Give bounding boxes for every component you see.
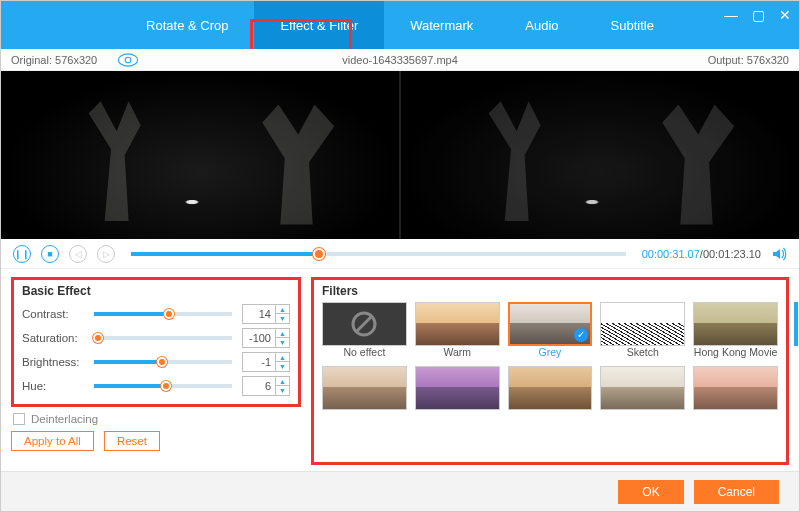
svg-point-0 xyxy=(119,53,138,65)
preview-area xyxy=(1,71,799,239)
spin-down-icon[interactable]: ▼ xyxy=(276,338,289,347)
preview-original xyxy=(1,71,399,239)
playback-bar: ❙❙ ■ ◁ ▷ 00:00:31.07/00:01:23.10 xyxy=(1,239,799,269)
hue-label: Hue: xyxy=(22,380,88,392)
info-bar: Original: 576x320 video-1643335697.mp4 O… xyxy=(1,49,799,71)
filter-item-warm[interactable]: Warm xyxy=(415,302,500,360)
tab-effect-filter[interactable]: Effect & Filter xyxy=(254,1,384,49)
stop-button[interactable]: ■ xyxy=(41,245,59,263)
next-frame-button: ▷ xyxy=(97,245,115,263)
time-total: 00:01:23.10 xyxy=(703,248,761,260)
time-display: 00:00:31.07/00:01:23.10 xyxy=(642,248,761,260)
filter-item-9[interactable] xyxy=(600,366,685,424)
brightness-label: Brightness: xyxy=(22,356,88,368)
spin-down-icon[interactable]: ▼ xyxy=(276,314,289,323)
filter-item-8[interactable] xyxy=(508,366,593,424)
svg-point-1 xyxy=(125,57,131,63)
tab-rotate-crop[interactable]: Rotate & Crop xyxy=(120,1,254,49)
contrast-input[interactable]: 14▲▼ xyxy=(242,304,290,324)
timeline-knob[interactable] xyxy=(313,248,325,260)
brightness-input[interactable]: -1▲▼ xyxy=(242,352,290,372)
filter-item-sketch[interactable]: Sketch xyxy=(600,302,685,360)
brightness-row: Brightness: -1▲▼ xyxy=(22,350,290,374)
contrast-row: Contrast: 14▲▼ xyxy=(22,302,290,326)
filter-item-hk-movie[interactable]: Hong Kong Movie xyxy=(693,302,778,360)
video-frame xyxy=(1,71,399,239)
volume-icon[interactable] xyxy=(771,246,787,262)
time-current: 00:00:31.07 xyxy=(642,248,700,260)
filters-title: Filters xyxy=(322,284,778,298)
tab-strip: Rotate & Crop Effect & Filter Watermark … xyxy=(120,1,680,49)
tab-watermark[interactable]: Watermark xyxy=(384,1,499,49)
basic-effect-box: Basic Effect Contrast: 14▲▼ Saturation: … xyxy=(11,277,301,407)
titlebar: Rotate & Crop Effect & Filter Watermark … xyxy=(1,1,799,49)
filters-scrollbar[interactable] xyxy=(794,302,798,346)
tab-audio[interactable]: Audio xyxy=(499,1,584,49)
contrast-slider[interactable] xyxy=(94,312,232,316)
filter-item-grey[interactable]: ✓ Grey xyxy=(508,302,593,360)
no-effect-icon xyxy=(350,310,378,338)
window-controls: — ▢ ✕ xyxy=(724,7,791,23)
timeline[interactable] xyxy=(131,252,626,256)
spin-up-icon[interactable]: ▲ xyxy=(276,305,289,314)
filters-section: Filters No effect Warm ✓ Grey Sketch xyxy=(311,277,789,465)
output-label: Output: 576x320 xyxy=(708,54,789,66)
filter-item-10[interactable] xyxy=(693,366,778,424)
filename-label: video-1643335697.mp4 xyxy=(342,54,458,66)
pause-button[interactable]: ❙❙ xyxy=(13,245,31,263)
deinterlacing-row[interactable]: Deinterlacing xyxy=(11,413,301,425)
basic-effect-section: Basic Effect Contrast: 14▲▼ Saturation: … xyxy=(11,277,301,465)
video-frame xyxy=(401,71,799,239)
apply-to-all-button[interactable]: Apply to All xyxy=(11,431,94,451)
footer: OK Cancel xyxy=(1,471,799,511)
svg-line-3 xyxy=(356,316,372,332)
spin-down-icon[interactable]: ▼ xyxy=(276,386,289,395)
preview-output xyxy=(399,71,799,239)
spin-down-icon[interactable]: ▼ xyxy=(276,362,289,371)
brightness-slider[interactable] xyxy=(94,360,232,364)
basic-effect-title: Basic Effect xyxy=(22,284,290,298)
saturation-input[interactable]: -100▲▼ xyxy=(242,328,290,348)
effects-panel: Basic Effect Contrast: 14▲▼ Saturation: … xyxy=(1,269,799,471)
app-window: Rotate & Crop Effect & Filter Watermark … xyxy=(0,0,800,512)
basic-buttons: Apply to All Reset xyxy=(11,431,301,451)
original-label: Original: 576x320 xyxy=(11,54,97,66)
hue-slider[interactable] xyxy=(94,384,232,388)
reset-button[interactable]: Reset xyxy=(104,431,160,451)
filter-item-6[interactable] xyxy=(322,366,407,424)
deinterlacing-checkbox[interactable] xyxy=(13,413,25,425)
cancel-button[interactable]: Cancel xyxy=(694,480,779,504)
filter-item-no-effect[interactable]: No effect xyxy=(322,302,407,360)
timeline-progress xyxy=(131,252,319,256)
deinterlacing-label: Deinterlacing xyxy=(31,413,98,425)
spin-up-icon[interactable]: ▲ xyxy=(276,353,289,362)
preview-toggle-icon[interactable] xyxy=(117,53,139,67)
contrast-label: Contrast: xyxy=(22,308,88,320)
filter-item-7[interactable] xyxy=(415,366,500,424)
saturation-slider[interactable] xyxy=(94,336,232,340)
saturation-row: Saturation: -100▲▼ xyxy=(22,326,290,350)
close-icon[interactable]: ✕ xyxy=(779,7,791,23)
maximize-icon[interactable]: ▢ xyxy=(752,7,765,23)
saturation-label: Saturation: xyxy=(22,332,88,344)
hue-input[interactable]: 6▲▼ xyxy=(242,376,290,396)
spin-up-icon[interactable]: ▲ xyxy=(276,329,289,338)
minimize-icon[interactable]: — xyxy=(724,7,738,23)
spin-up-icon[interactable]: ▲ xyxy=(276,377,289,386)
prev-frame-button: ◁ xyxy=(69,245,87,263)
ok-button[interactable]: OK xyxy=(618,480,683,504)
filters-grid: No effect Warm ✓ Grey Sketch Hong Kong M… xyxy=(322,302,778,424)
tab-subtitle[interactable]: Subtitle xyxy=(585,1,680,49)
hue-row: Hue: 6▲▼ xyxy=(22,374,290,398)
